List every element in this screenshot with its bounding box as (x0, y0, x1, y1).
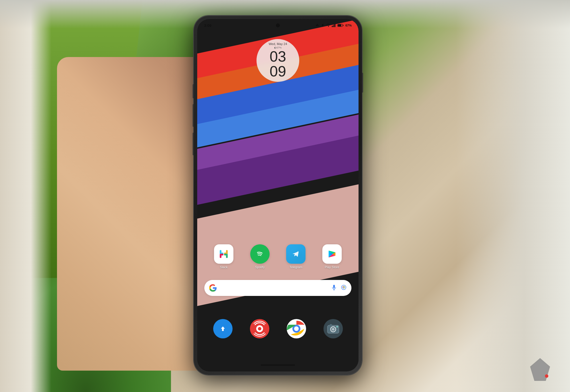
svg-rect-4 (332, 26, 333, 27)
ap-watermark (527, 357, 553, 383)
svg-rect-18 (226, 254, 228, 258)
svg-point-36 (332, 328, 335, 331)
clock-minutes: 09 (270, 64, 286, 79)
window-frame-right (456, 0, 570, 392)
dock-launcher[interactable] (213, 319, 233, 338)
window-frame-left (0, 0, 51, 392)
svg-rect-9 (343, 25, 343, 26)
volume-down-button[interactable] (193, 133, 194, 155)
spotify-label: Spotify (255, 265, 265, 269)
phone-body: 3:09 (194, 16, 362, 375)
svg-rect-37 (330, 324, 332, 326)
telegram-label: Telegram (290, 265, 302, 269)
phone-device: 3:09 (194, 16, 362, 375)
power-button[interactable] (362, 73, 363, 93)
svg-rect-1 (317, 24, 318, 26)
svg-rect-6 (334, 25, 335, 27)
svg-point-31 (294, 326, 299, 331)
slack-label: Slack (220, 265, 228, 269)
app-item-playstore[interactable]: Play Store (322, 244, 342, 269)
notification-icon (316, 24, 319, 27)
camera-notch (276, 23, 280, 27)
svg-point-19 (254, 248, 266, 260)
status-time: 3:09 (204, 23, 211, 28)
search-action-icons (331, 284, 347, 292)
app-row: Slack Spotify (197, 244, 359, 269)
svg-rect-16 (220, 254, 221, 258)
status-bar: 3:09 (197, 19, 359, 32)
svg-rect-2 (318, 25, 319, 26)
phone-screen: 3:09 (197, 19, 359, 371)
svg-rect-0 (316, 25, 317, 26)
svg-rect-14 (226, 250, 228, 254)
ap-logo (527, 357, 553, 382)
app-item-telegram[interactable]: Telegram (286, 244, 306, 269)
svg-rect-12 (220, 250, 221, 254)
dock-podcast[interactable] (250, 319, 269, 338)
app-item-spotify[interactable]: Spotify (250, 244, 270, 269)
svg-point-28 (258, 327, 261, 330)
nav-gesture-bar (261, 364, 295, 366)
dock-camera[interactable] (323, 319, 343, 338)
svg-rect-5 (333, 25, 333, 27)
google-logo (209, 284, 217, 292)
volume-up-button[interactable] (193, 104, 194, 127)
clock-hours: 03 (270, 49, 286, 64)
svg-point-41 (545, 374, 548, 378)
playstore-icon[interactable] (322, 244, 342, 264)
app-item-slack[interactable]: Slack (214, 244, 233, 269)
mic-icon[interactable] (331, 284, 337, 292)
silent-switch[interactable] (193, 84, 194, 98)
spotify-icon[interactable] (250, 244, 270, 264)
svg-point-38 (336, 326, 338, 328)
signal-icon (332, 24, 336, 27)
battery-percent: 67% (345, 24, 352, 27)
battery-icon (337, 24, 344, 27)
clock-date: Wed, May 24 (269, 42, 287, 46)
google-search-bar[interactable] (204, 280, 351, 296)
telegram-icon[interactable] (286, 244, 306, 264)
status-icons: 67% (316, 24, 352, 27)
dock-chrome[interactable] (287, 319, 306, 338)
svg-rect-7 (335, 24, 335, 27)
slack-icon[interactable] (214, 244, 233, 264)
svg-point-24 (343, 287, 344, 288)
lens-icon[interactable] (341, 284, 347, 292)
dock (204, 313, 351, 344)
playstore-label: Play Store (325, 265, 339, 269)
svg-rect-10 (338, 25, 341, 27)
bell-icon (321, 24, 324, 27)
clock-widget[interactable]: Wed, May 24 ◐67% 03 09 (256, 39, 299, 82)
wifi-icon (326, 24, 330, 27)
